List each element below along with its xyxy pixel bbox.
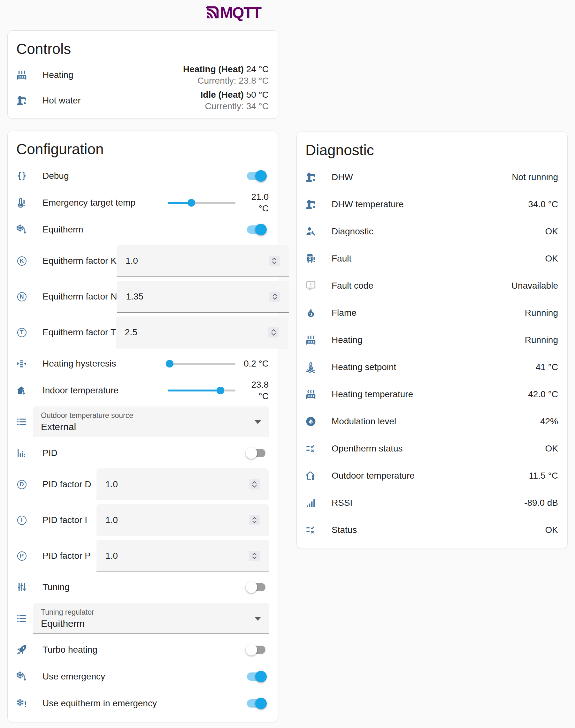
diagnostic-row-value: OK xyxy=(545,525,558,535)
config-row-label: Use emergency xyxy=(42,671,247,682)
diagnostic-row-value: 11.5 °C xyxy=(529,471,558,481)
config-row-label: Tuning xyxy=(42,582,247,592)
controls-card-title: Controls xyxy=(8,31,278,58)
config-row-tuning: Tuning xyxy=(8,574,278,600)
toggle-debug[interactable] xyxy=(247,172,266,180)
number-stepper[interactable] xyxy=(268,327,279,337)
diagnostic-row-label: Outdoor temperature xyxy=(332,471,529,481)
config-row-label: PID factor D xyxy=(42,479,97,489)
number-value: 1.0 xyxy=(105,551,249,561)
diagnostic-row-value: 34.0 °C xyxy=(528,199,558,210)
toggle-use-equitherm-in-emergency[interactable] xyxy=(247,699,266,707)
diagnostic-row-rssi[interactable]: RSSI-89.0 dB xyxy=(297,489,567,516)
number-stepper[interactable] xyxy=(249,479,260,489)
diagnostic-row-dhw-temperature[interactable]: DHW temperature34.0 °C xyxy=(297,191,567,218)
toggle-thumb[interactable] xyxy=(255,698,267,709)
diagnostic-row-diagnostic[interactable]: DiagnosticOK xyxy=(297,218,567,245)
diagnostic-row-dhw[interactable]: DHWNot running xyxy=(297,163,567,191)
select-tuning-regulator[interactable]: Tuning regulatorEquitherm xyxy=(33,603,269,634)
chevron-down-icon xyxy=(252,520,257,523)
toggle-tuning[interactable] xyxy=(247,583,266,591)
diagnostic-row-value: 42% xyxy=(540,416,558,427)
rocket-launch-icon xyxy=(16,644,27,655)
toggle-pid[interactable] xyxy=(247,449,266,457)
number-input-pid-factor-i[interactable]: 1.0 xyxy=(97,504,269,536)
mqtt-logo-text: MQTT xyxy=(220,4,261,22)
left-column: Controls HeatingHeating (Heat) 24 °CCurr… xyxy=(7,30,278,722)
select-label: Outdoor temperature source xyxy=(41,411,250,420)
number-input-pid-factor-d[interactable]: 1.0 xyxy=(97,468,269,500)
water-pump-icon xyxy=(305,199,316,210)
radiator-icon xyxy=(305,335,316,345)
state-mode: Heating (Heat) xyxy=(183,64,244,74)
diagnostic-row-heating[interactable]: HeatingRunning xyxy=(297,326,567,354)
diagnostic-row-value: 41 °C xyxy=(536,362,558,372)
config-row-debug: Debug xyxy=(8,162,278,189)
toggle-thumb[interactable] xyxy=(246,447,257,459)
diagnostic-row-opentherm-status[interactable]: Opentherm statusOK xyxy=(297,435,567,462)
diagnostic-row-status[interactable]: StatusOK xyxy=(297,516,567,543)
toggle-thumb[interactable] xyxy=(255,224,267,235)
diagnostic-row-value: OK xyxy=(545,226,558,236)
diagnostic-row-outdoor-temperature[interactable]: Outdoor temperature11.5 °C xyxy=(297,462,567,489)
toggle-use-emergency[interactable] xyxy=(247,672,266,681)
chevron-down-icon xyxy=(255,420,261,424)
slider-value: 23.8 °C xyxy=(239,379,269,402)
diagnostic-row-value: -89.0 dB xyxy=(524,498,558,508)
thermometer-alert-icon xyxy=(16,197,27,208)
diagnostic-row-value: OK xyxy=(545,443,558,454)
toggle-thumb[interactable] xyxy=(255,671,267,682)
number-input-equitherm-factor-n[interactable]: 1.35 xyxy=(117,281,289,313)
slider-value: 0.2 °C xyxy=(239,358,269,369)
number-value: 1.35 xyxy=(126,292,269,302)
select-outdoor-temperature-source[interactable]: Outdoor temperature sourceExternal xyxy=(33,406,269,437)
state-current: Currently: 23.8 °C xyxy=(183,76,269,86)
diagnostic-row-heating-setpoint[interactable]: Heating setpoint41 °C xyxy=(297,354,567,380)
number-stepper[interactable] xyxy=(249,551,260,561)
slider-thumb[interactable] xyxy=(166,360,173,367)
toggle-thumb[interactable] xyxy=(246,581,257,593)
diagnostic-row-label: Opentherm status xyxy=(332,443,545,454)
diagnostic-row-label: Diagnostic xyxy=(332,226,545,236)
config-row-equitherm-factor-t: TEquitherm factor T2.5 xyxy=(8,315,278,350)
diagnostic-row-fault[interactable]: FaultOK xyxy=(297,245,567,272)
list-status-icon xyxy=(305,443,316,454)
number-input-pid-factor-p[interactable]: 1.0 xyxy=(97,540,269,572)
number-stepper[interactable] xyxy=(269,292,280,302)
comment-alert-icon xyxy=(305,280,316,291)
slider-thumb[interactable] xyxy=(188,199,195,207)
diagnostic-row-modulation-level[interactable]: Modulation level42% xyxy=(297,408,567,435)
number-input-equitherm-factor-k[interactable]: 1.0 xyxy=(116,245,289,277)
slider-emergency-target-temp[interactable] xyxy=(168,202,235,204)
toggle-equitherm[interactable] xyxy=(247,225,266,234)
config-row-pid-factor-i: IPID factor I1.0 xyxy=(8,502,278,538)
toggle-turbo-heating[interactable] xyxy=(247,646,266,654)
toggle-thumb[interactable] xyxy=(246,644,257,656)
diagnostic-card: Diagnostic DHWNot runningDHW temperature… xyxy=(297,132,568,549)
configuration-card-title: Configuration xyxy=(8,131,278,158)
diagnostic-row-flame[interactable]: FlameRunning xyxy=(297,299,567,326)
slider-heating-hysteresis[interactable] xyxy=(168,363,235,365)
config-row-label: Use equitherm in emergency xyxy=(42,698,247,708)
slider-indoor-temperature[interactable] xyxy=(168,390,235,392)
home-thermometer-outline-icon xyxy=(305,470,316,481)
number-stepper[interactable] xyxy=(269,256,280,266)
toggle-thumb[interactable] xyxy=(255,170,267,182)
diagnostic-row-fault-code[interactable]: Fault codeUnavailable xyxy=(297,272,567,299)
state-target: 24 °C xyxy=(246,64,269,74)
number-input-equitherm-factor-t[interactable]: 2.5 xyxy=(116,317,288,348)
controls-rows: HeatingHeating (Heat) 24 °CCurrently: 23… xyxy=(8,62,278,118)
config-row-label: Equitherm factor T xyxy=(42,327,116,337)
config-row-heating-hysteresis: Heating hysteresis0.2 °C xyxy=(8,350,278,377)
controls-row-heating[interactable]: HeatingHeating (Heat) 24 °CCurrently: 23… xyxy=(8,62,278,88)
alpha-p-circle-icon: P xyxy=(16,551,27,561)
select-label: Tuning regulator xyxy=(41,608,250,617)
diagnostic-row-heating-temperature[interactable]: Heating temperature42.0 °C xyxy=(297,380,567,408)
number-value: 1.0 xyxy=(105,479,249,489)
tune-vertical-icon xyxy=(16,582,27,593)
config-row-use-equitherm-in-emergency: Use equitherm in emergency xyxy=(8,690,278,717)
controls-row-hot-water[interactable]: Hot waterIdle (Heat) 50 °CCurrently: 34 … xyxy=(8,88,278,113)
controls-card: Controls HeatingHeating (Heat) 24 °CCurr… xyxy=(7,30,278,119)
slider-thumb[interactable] xyxy=(216,387,224,394)
number-stepper[interactable] xyxy=(249,515,260,525)
